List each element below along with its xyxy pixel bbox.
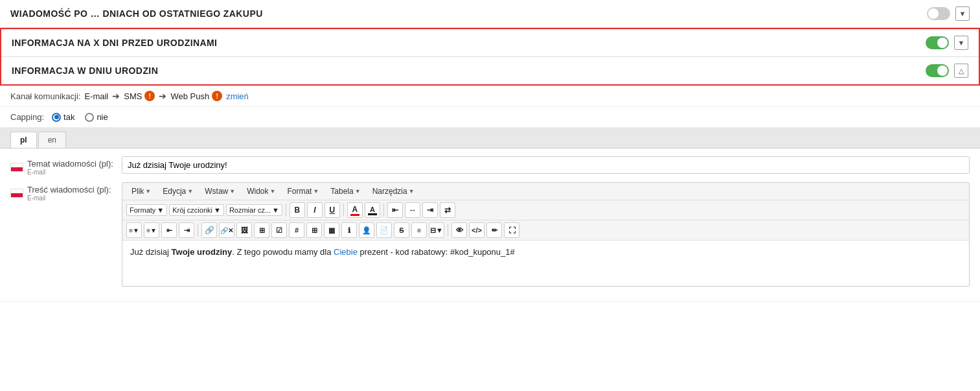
list-ul-btn[interactable]: ≡▼ bbox=[126, 222, 142, 238]
toggle-1[interactable] bbox=[927, 7, 950, 20]
toggle-2[interactable] bbox=[926, 36, 949, 49]
divider-t2-2 bbox=[448, 224, 448, 237]
align-justify-button[interactable]: ⇄ bbox=[440, 202, 455, 218]
indent-btn[interactable]: ⇥ bbox=[179, 222, 194, 238]
unlink-btn[interactable]: 🔗✕ bbox=[219, 222, 234, 238]
editor-container: Plik ▼ Edycja ▼ Wstaw ▼ Widok ▼ Format ▼… bbox=[122, 182, 970, 287]
section-row-1: WIADOMOŚĆ PO … DNIACH OD OSTATNIEGO ZAKU… bbox=[0, 0, 980, 28]
font-color-letter: A bbox=[352, 205, 358, 214]
widok-chevron: ▼ bbox=[269, 188, 275, 195]
table-btn[interactable]: ⊞ bbox=[254, 222, 269, 238]
bg-color-button[interactable]: A bbox=[365, 202, 380, 218]
align2-btn[interactable]: ≡ bbox=[411, 222, 427, 238]
channel-sms: SMS ! bbox=[124, 91, 155, 101]
section-title-2: INFORMACJA NA X DNI PRZED URODZINAMI bbox=[12, 38, 217, 48]
plik-chevron: ▼ bbox=[145, 188, 151, 195]
bg-color-bar bbox=[368, 213, 377, 215]
subject-label-text: Temat wiadomości (pl): E-mail bbox=[27, 159, 113, 176]
flag-icon-pl bbox=[10, 163, 23, 172]
editor-text-blue: Ciebie bbox=[334, 247, 358, 257]
bold-button[interactable]: B bbox=[290, 202, 305, 218]
fullscreen-btn[interactable]: ⛶ bbox=[504, 222, 519, 238]
media-btn[interactable]: ▦ bbox=[324, 222, 339, 238]
section-controls-3: △ bbox=[926, 64, 968, 78]
strikethrough-btn[interactable]: S bbox=[394, 222, 409, 238]
divider-t2-1 bbox=[198, 224, 198, 237]
link-btn[interactable]: 🔗 bbox=[201, 222, 217, 238]
sms-warning-icon: ! bbox=[144, 91, 155, 101]
tab-en[interactable]: en bbox=[38, 132, 66, 148]
doc-btn[interactable]: 📄 bbox=[376, 222, 392, 238]
formaty-select[interactable]: Formaty ▼ bbox=[126, 204, 167, 216]
content-row: Treść wiadomości (pl): E-mail Plik ▼ Edy… bbox=[10, 182, 970, 287]
divider-1 bbox=[286, 204, 286, 217]
grid-btn[interactable]: ⊞ bbox=[306, 222, 322, 238]
menu-narzedzia[interactable]: Narzędzia ▼ bbox=[367, 185, 420, 198]
editor-body[interactable]: Już dzisiaj Twoje urodziny. Z tego powod… bbox=[122, 241, 969, 286]
change-link[interactable]: zmień bbox=[226, 91, 249, 101]
webpush-warning-icon: ! bbox=[212, 91, 222, 101]
content-label-text: Treść wiadomości (pl): E-mail bbox=[27, 185, 111, 202]
channel-email-text: E-mail bbox=[84, 91, 108, 101]
highlighted-block: INFORMACJA NA X DNI PRZED URODZINAMI ▼ I… bbox=[0, 28, 980, 86]
menu-format[interactable]: Format ▼ bbox=[282, 185, 324, 198]
font-chevron: ▼ bbox=[214, 206, 221, 214]
wstaw-chevron: ▼ bbox=[229, 188, 235, 195]
align-right-button[interactable]: ⇥ bbox=[422, 202, 438, 218]
radio-nie[interactable]: nie bbox=[85, 112, 108, 122]
expand-icon-2[interactable]: ▼ bbox=[954, 36, 968, 50]
edit-btn[interactable]: ✏ bbox=[486, 222, 502, 238]
toggle-3[interactable] bbox=[926, 64, 949, 77]
person-btn[interactable]: 👤 bbox=[359, 222, 374, 238]
editor-text-middle: . Z tego powodu mamy dla bbox=[232, 247, 334, 257]
font-color-button[interactable]: A bbox=[347, 202, 363, 218]
edycja-chevron: ▼ bbox=[187, 188, 193, 195]
info-btn[interactable]: ℹ bbox=[341, 222, 357, 238]
radio-circle-tak bbox=[52, 113, 61, 122]
formaty-label: Formaty bbox=[130, 206, 155, 214]
radio-tak-label: tak bbox=[63, 112, 74, 122]
table2-btn[interactable]: ⊟▼ bbox=[429, 222, 444, 238]
content-label-block: Treść wiadomości (pl): E-mail bbox=[10, 182, 114, 202]
capping-row: Capping: tak nie bbox=[0, 107, 980, 128]
subject-row: Temat wiadomości (pl): E-mail bbox=[10, 156, 970, 176]
menu-plik[interactable]: Plik ▼ bbox=[126, 185, 156, 198]
italic-button[interactable]: I bbox=[307, 202, 323, 218]
image-btn[interactable]: 🖼 bbox=[236, 222, 252, 238]
narzedzia-chevron: ▼ bbox=[409, 188, 415, 195]
underline-button[interactable]: U bbox=[325, 202, 340, 218]
arrow-icon-1: ➔ bbox=[112, 91, 120, 101]
subject-label-block: Temat wiadomości (pl): E-mail bbox=[10, 156, 114, 176]
menu-wstaw[interactable]: Wstaw ▼ bbox=[199, 185, 240, 198]
editor-text-plain: Już dzisiaj bbox=[130, 247, 172, 257]
section-title-1: WIADOMOŚĆ PO … DNIACH OD OSTATNIEGO ZAKU… bbox=[10, 8, 263, 19]
capping-label: Capping: bbox=[10, 112, 44, 122]
list-ol-btn[interactable]: ≡▼ bbox=[144, 222, 159, 238]
align-center-button[interactable]: ↔ bbox=[405, 202, 420, 218]
formaty-chevron: ▼ bbox=[157, 206, 164, 214]
menu-tabela[interactable]: Tabela ▼ bbox=[325, 185, 365, 198]
font-color-indicator: A bbox=[350, 205, 359, 216]
outdent-btn[interactable]: ⇤ bbox=[161, 222, 177, 238]
checkbox-btn[interactable]: ☑ bbox=[271, 222, 287, 238]
code-btn[interactable]: </> bbox=[469, 222, 484, 238]
tab-pl[interactable]: pl bbox=[10, 132, 37, 148]
subject-input[interactable] bbox=[122, 156, 970, 174]
radio-tak[interactable]: tak bbox=[52, 112, 74, 122]
section-row-3: INFORMACJA W DNIU URODZIN △ bbox=[1, 56, 979, 84]
align-left-button[interactable]: ⇤ bbox=[387, 202, 403, 218]
toolbar-row-1: Formaty ▼ Krój czcionki ▼ Rozmiar cz... … bbox=[122, 200, 969, 220]
subject-sublabel: E-mail bbox=[27, 169, 113, 176]
size-label: Rozmiar cz... bbox=[229, 206, 271, 214]
hash-btn[interactable]: # bbox=[289, 222, 304, 238]
font-select[interactable]: Krój czcionki ▼ bbox=[169, 204, 224, 216]
preview-btn[interactable]: 👁 bbox=[451, 222, 467, 238]
section-row-2: INFORMACJA NA X DNI PRZED URODZINAMI ▼ bbox=[1, 29, 979, 56]
size-select[interactable]: Rozmiar cz... ▼ bbox=[226, 204, 282, 216]
menu-edycja[interactable]: Edycja ▼ bbox=[157, 185, 198, 198]
menu-widok[interactable]: Widok ▼ bbox=[242, 185, 280, 198]
channel-row: Kanał komunikacji: E-mail ➔ SMS ! ➔ Web … bbox=[0, 86, 980, 107]
content-sublabel: E-mail bbox=[27, 195, 111, 202]
expand-icon-1[interactable]: ▼ bbox=[955, 6, 970, 21]
expand-icon-3[interactable]: △ bbox=[954, 64, 968, 78]
